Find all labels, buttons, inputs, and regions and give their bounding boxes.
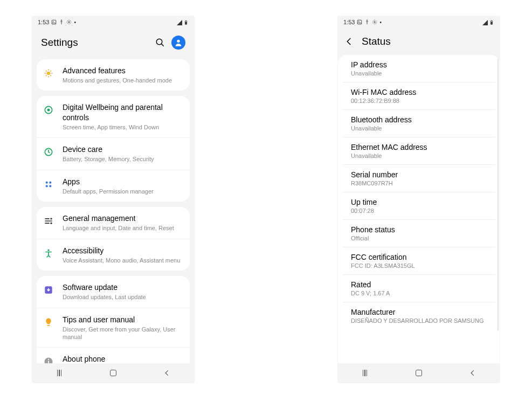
status-row-title: Up time — [351, 198, 487, 206]
settings-row[interactable]: About phoneStatus, Legal information, Ph… — [37, 348, 190, 363]
row-title: Digital Wellbeing and parental controls — [63, 102, 182, 122]
row-title: Apps — [63, 177, 182, 186]
image-icon — [357, 19, 362, 25]
header-actions — [155, 36, 185, 50]
status-row[interactable]: FCC certificationFCC ID: A3LSMA315GL — [342, 247, 495, 275]
battery-icon — [183, 19, 189, 25]
status-bar-left: 1:53 • — [343, 19, 382, 25]
svg-point-6 — [156, 39, 162, 45]
account-button[interactable] — [171, 36, 185, 50]
status-list-wrapper: IP addressUnavailableWi-Fi MAC address00… — [338, 55, 500, 363]
row-text: General managementLanguage and input, Da… — [63, 213, 182, 232]
about-phone-icon — [42, 355, 55, 363]
svg-point-14 — [46, 185, 48, 187]
settings-row[interactable]: Software updateDownload updates, Last up… — [37, 276, 190, 308]
row-title: About phone — [63, 354, 182, 363]
software-update-icon — [42, 283, 55, 296]
status-row-title: Serial number — [351, 170, 487, 179]
signal-icon — [176, 19, 182, 25]
accessibility-icon — [42, 247, 55, 260]
status-row[interactable]: Wi-Fi MAC address00:12:36:72:B9:88 — [342, 82, 495, 110]
row-title: General management — [63, 213, 182, 223]
row-text: Digital Wellbeing and parental controlsS… — [63, 102, 182, 131]
settings-header: Settings — [32, 28, 194, 59]
home-button[interactable] — [414, 368, 424, 378]
recents-button[interactable] — [360, 368, 370, 378]
svg-point-17 — [50, 223, 52, 224]
status-row[interactable]: Ethernet MAC addressUnavailable — [342, 137, 495, 165]
row-subtitle: Battery, Storage, Memory, Security — [63, 155, 182, 163]
back-button[interactable] — [162, 368, 172, 378]
settings-row[interactable]: General managementLanguage and input, Da… — [37, 207, 190, 239]
settings-phone: 1:53 • Settings — [32, 16, 194, 383]
row-text: AccessibilityVoice Assistant, Mono audio… — [63, 246, 182, 264]
status-row-value: Unavailable — [351, 153, 487, 159]
page-title: Status — [362, 36, 391, 47]
status-row-value: R38MC097R7H — [351, 180, 487, 186]
dot-icon: • — [74, 19, 76, 25]
svg-rect-28 — [491, 20, 492, 21]
svg-rect-4 — [185, 20, 186, 21]
usb-icon — [59, 19, 64, 25]
row-subtitle: Download updates, Last update — [63, 293, 182, 301]
scrollbar[interactable] — [498, 58, 499, 331]
apps-icon — [42, 178, 55, 191]
settings-row[interactable]: Tips and user manualDiscover, Get more f… — [37, 308, 190, 348]
home-button[interactable] — [108, 368, 118, 378]
settings-group: Advanced featuresMotions and gestures, O… — [37, 59, 190, 91]
row-text: Device careBattery, Storage, Memory, Sec… — [63, 144, 182, 163]
status-row[interactable]: Bluetooth addressUnavailable — [342, 110, 495, 137]
gear-icon — [372, 19, 377, 25]
back-button[interactable] — [468, 368, 478, 378]
row-text: Advanced featuresMotions and gestures, O… — [63, 66, 182, 84]
status-row[interactable]: Serial numberR38MC097R7H — [342, 165, 495, 192]
svg-point-10 — [47, 109, 50, 112]
svg-point-1 — [53, 21, 54, 22]
row-title: Accessibility — [63, 246, 182, 255]
nav-bar — [338, 363, 500, 383]
status-bar: 1:53 • — [32, 16, 194, 28]
status-row-title: IP address — [351, 60, 487, 69]
settings-row[interactable]: AppsDefault apps, Permission manager — [37, 170, 190, 202]
nav-bar — [32, 363, 194, 383]
advanced-features-icon — [42, 67, 55, 80]
row-text: About phoneStatus, Legal information, Ph… — [63, 354, 182, 363]
row-text: AppsDefault apps, Permission manager — [63, 177, 182, 195]
dot-icon: • — [379, 19, 382, 25]
clock-text: 1:53 — [343, 19, 355, 25]
status-row[interactable]: RatedDC 9 V; 1.67 A — [342, 275, 495, 302]
status-row[interactable]: ManufacturerDISEÑADO Y DESARROLLADO POR … — [342, 302, 495, 329]
row-subtitle: Default apps, Permission manager — [63, 188, 182, 195]
status-row[interactable]: Phone statusOfficial — [342, 220, 495, 247]
svg-point-23 — [48, 359, 49, 360]
settings-row[interactable]: Device careBattery, Storage, Memory, Sec… — [37, 138, 190, 170]
status-row-title: Bluetooth address — [351, 115, 487, 124]
settings-row[interactable]: Advanced featuresMotions and gestures, O… — [37, 59, 190, 91]
row-title: Tips and user manual — [63, 315, 182, 324]
settings-list[interactable]: Advanced featuresMotions and gestures, O… — [32, 59, 194, 363]
svg-point-8 — [47, 72, 51, 75]
svg-point-26 — [374, 22, 376, 23]
status-list[interactable]: IP addressUnavailableWi-Fi MAC address00… — [342, 55, 495, 363]
status-row-title: FCC certification — [351, 253, 487, 261]
settings-row[interactable]: Digital Wellbeing and parental controlsS… — [37, 96, 190, 138]
tips-icon — [42, 316, 55, 329]
status-row-value: 00:07:28 — [351, 208, 487, 214]
status-row[interactable]: Up time00:07:28 — [342, 192, 495, 220]
status-row-value: DC 9 V; 1.67 A — [351, 290, 487, 296]
svg-point-2 — [68, 22, 70, 23]
status-row[interactable]: IP addressUnavailable — [342, 55, 495, 82]
settings-group: Digital Wellbeing and parental controlsS… — [37, 96, 190, 202]
back-button[interactable] — [344, 37, 354, 46]
row-text: Tips and user manualDiscover, Get more f… — [63, 315, 182, 341]
recents-button[interactable] — [54, 368, 64, 378]
status-row-value: Unavailable — [351, 125, 487, 132]
signal-icon — [482, 19, 487, 25]
row-subtitle: Motions and gestures, One-handed mode — [63, 77, 182, 84]
search-button[interactable] — [155, 38, 165, 47]
row-subtitle: Voice Assistant, Mono audio, Assistant m… — [63, 257, 182, 264]
status-header: Status — [338, 28, 500, 55]
settings-row[interactable]: AccessibilityVoice Assistant, Mono audio… — [37, 239, 190, 271]
row-title: Device care — [63, 144, 182, 154]
svg-point-18 — [47, 249, 49, 251]
